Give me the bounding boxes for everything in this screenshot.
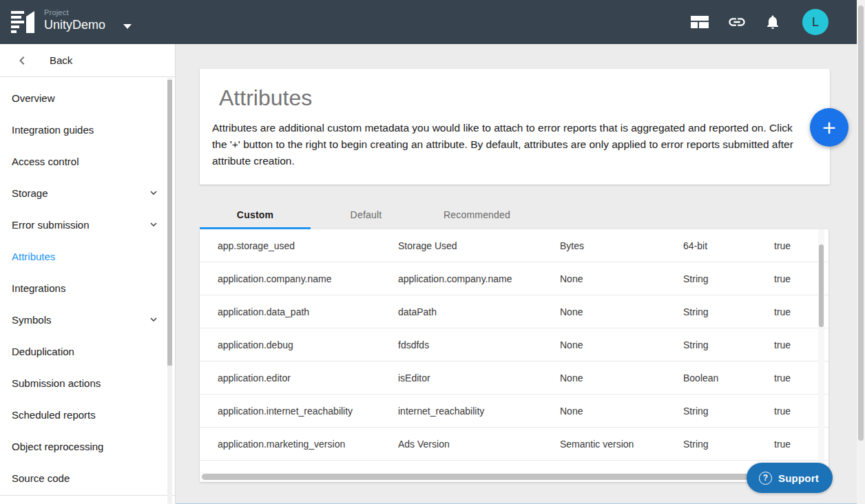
cell-type: String xyxy=(683,306,774,317)
table-row[interactable]: application.marketing_version Ads Versio… xyxy=(200,428,828,461)
sidebar-item[interactable]: Scheduled reports xyxy=(0,399,175,430)
sidebar-item-label: Integrations xyxy=(12,282,65,294)
bell-icon[interactable] xyxy=(759,0,786,44)
cell-attribute-name: application.debug xyxy=(200,339,398,350)
back-label: Back xyxy=(50,54,72,66)
sidebar-item-label: Submission actions xyxy=(12,377,101,389)
add-attribute-button[interactable]: + xyxy=(810,108,848,147)
project-switcher[interactable]: Project UnityDemo xyxy=(44,8,132,32)
tab[interactable]: Custom xyxy=(200,200,311,229)
cell-attribute-name: application.company.name xyxy=(200,273,398,284)
backtrace-logo-icon[interactable] xyxy=(11,10,36,34)
table-row[interactable]: application.company.name application.com… xyxy=(200,262,828,295)
cell-format: None xyxy=(560,339,683,350)
tab[interactable]: Recommended xyxy=(421,200,532,229)
table-row[interactable]: application.internet_reachability intern… xyxy=(200,395,828,428)
sidebar-scrollbar-thumb[interactable] xyxy=(167,80,172,366)
sidebar-item-label: Storage xyxy=(12,187,48,199)
cell-type: String xyxy=(683,339,774,350)
sidebar-item-label: Deduplication xyxy=(12,346,74,357)
tab-label: Default xyxy=(351,209,382,220)
cell-format: None xyxy=(560,406,683,417)
sidebar-item[interactable]: Object reprocessing xyxy=(0,430,175,462)
page-title: Attributes xyxy=(219,85,830,111)
table-horizontal-scrollbar[interactable] xyxy=(200,472,828,482)
app-window: Project UnityDemo L Back xyxy=(0,0,865,504)
sidebar-item[interactable]: Source code xyxy=(0,462,175,494)
cell-type: Boolean xyxy=(683,372,774,384)
support-button[interactable]: ? Support xyxy=(747,463,833,493)
cell-label: internet_reachability xyxy=(398,406,560,417)
cell-format: None xyxy=(560,306,683,317)
tab[interactable]: Default xyxy=(311,200,421,229)
link-icon[interactable] xyxy=(723,0,751,44)
cell-format: None xyxy=(560,273,683,284)
cell-label: isEditor xyxy=(398,372,560,384)
sidebar-item-label: Attributes xyxy=(12,251,55,262)
sidebar-item[interactable]: Integrations xyxy=(0,272,175,304)
sidebar-item[interactable]: Storage xyxy=(0,177,175,209)
sidebar-item-label: Access control xyxy=(12,156,79,167)
sidebar-item-label: Object reprocessing xyxy=(12,441,103,452)
cell-format: Semantic version xyxy=(560,439,683,450)
page-scrollbar-thumb[interactable] xyxy=(858,6,864,441)
dashboard-icon[interactable] xyxy=(686,0,713,44)
cell-format: None xyxy=(560,372,683,384)
cell-attribute-name: application.internet_reachability xyxy=(200,406,398,417)
sidebar-item-label: Error submission xyxy=(12,219,90,231)
chevron-down-icon xyxy=(147,187,160,199)
cell-attribute-name: app.storage_used xyxy=(200,240,398,251)
support-label: Support xyxy=(778,472,819,484)
plus-icon: + xyxy=(822,114,836,141)
chevron-down-icon xyxy=(147,218,160,231)
project-name: UnityDemo xyxy=(44,18,105,32)
sidebar-item[interactable]: Attributes xyxy=(0,240,175,272)
sidebar-nav: Overview Integration guides Access contr… xyxy=(0,77,175,494)
attributes-header-card: Attributes Attributes are additional cus… xyxy=(200,69,830,185)
sidebar-scrollbar[interactable] xyxy=(167,78,172,504)
cell-label: Ads Version xyxy=(398,439,560,450)
cell-label: fdsdfds xyxy=(398,339,560,350)
sidebar-item-label: Scheduled reports xyxy=(12,409,96,421)
sidebar-item-label: Integration guides xyxy=(12,124,94,136)
table-body: app.storage_used Storage Used Bytes 64-b… xyxy=(200,229,828,482)
user-avatar[interactable]: L xyxy=(802,9,828,35)
sidebar-item[interactable]: Deduplication xyxy=(0,335,175,367)
sidebar-item[interactable]: Symbols xyxy=(0,304,175,335)
chevron-left-icon xyxy=(14,52,30,69)
avatar-initial: L xyxy=(812,15,819,30)
cell-type: String xyxy=(683,406,774,417)
cell-label: dataPath xyxy=(398,306,560,317)
sidebar-item[interactable]: Access control xyxy=(0,145,175,177)
attribute-tabs: Custom Default Recommended xyxy=(200,200,532,229)
sidebar-item[interactable]: Overview xyxy=(0,82,175,114)
sidebar-item-label: Overview xyxy=(12,92,55,104)
back-button[interactable]: Back xyxy=(0,44,175,77)
sidebar-item[interactable]: Integration guides xyxy=(0,114,175,145)
table-vertical-scrollbar[interactable] xyxy=(818,229,824,482)
sidebar-item-label: Source code xyxy=(12,472,70,484)
caret-down-icon xyxy=(123,24,132,29)
sidebar-item[interactable]: Submission actions xyxy=(0,367,175,399)
cell-type: 64-bit xyxy=(683,240,774,251)
table-horizontal-scrollbar-thumb[interactable] xyxy=(202,474,817,480)
table-row[interactable]: application.debug fdsdfds None String tr… xyxy=(200,328,828,361)
table-row[interactable]: app.storage_used Storage Used Bytes 64-b… xyxy=(200,229,828,262)
cell-format: Bytes xyxy=(560,240,683,251)
attributes-table: app.storage_used Storage Used Bytes 64-b… xyxy=(200,229,828,482)
cell-type: String xyxy=(683,439,774,450)
cell-label: Storage Used xyxy=(398,240,560,251)
page-scrollbar[interactable] xyxy=(857,0,865,504)
cell-attribute-name: application.editor xyxy=(200,372,398,384)
sidebar: Back Overview Integration guides xyxy=(0,44,176,504)
page-description: Attributes are additional custom metadat… xyxy=(212,120,796,169)
sidebar-item-label: Symbols xyxy=(12,314,52,326)
tab-label: Custom xyxy=(237,209,273,220)
table-vertical-scrollbar-thumb[interactable] xyxy=(819,244,824,327)
help-icon: ? xyxy=(759,472,772,485)
table-row[interactable]: application.editor isEditor None Boolean… xyxy=(200,361,828,395)
table-row[interactable]: application.data_path dataPath None Stri… xyxy=(200,295,828,328)
top-bar: Project UnityDemo L xyxy=(0,0,857,44)
sidebar-item[interactable]: Error submission xyxy=(0,209,175,240)
sidebar-divider xyxy=(0,495,175,496)
